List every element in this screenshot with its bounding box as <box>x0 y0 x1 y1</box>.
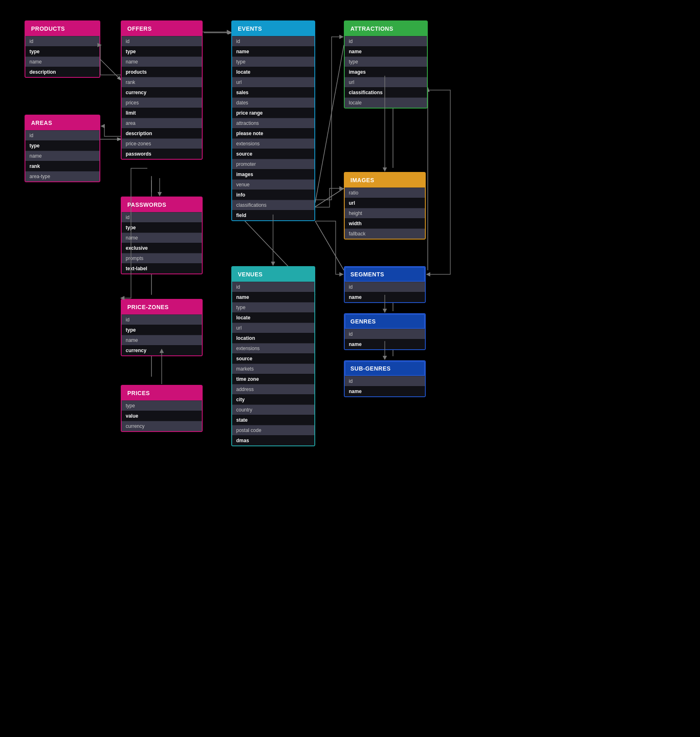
field-row: extensions <box>232 138 314 149</box>
field-row: source <box>232 353 314 364</box>
entity-passwords-header: PASSWORDS <box>122 197 202 212</box>
field-row: images <box>232 169 314 179</box>
field-row: exclusive <box>122 243 202 253</box>
entity-images-fields: ratio url height width fallback <box>345 188 425 239</box>
entity-offers-fields: id type name products rank currency pric… <box>122 36 202 159</box>
field-row: limit <box>122 108 202 118</box>
field-row: please note <box>232 128 314 138</box>
field-row: url <box>345 198 425 208</box>
entity-prices-fields: type value currency <box>122 400 202 431</box>
field-row: sales <box>232 87 314 97</box>
field-row: prices <box>122 97 202 108</box>
field-row: id <box>345 36 427 46</box>
field-row: type <box>232 57 314 67</box>
entity-passwords-fields: id type name exclusive prompts text-labe… <box>122 212 202 274</box>
entity-price-zones-header: PRICE-ZONES <box>122 300 202 314</box>
entity-sub-genres: SUB-GENRES id name <box>344 360 426 397</box>
field-row: url <box>345 77 427 87</box>
field-row: name <box>25 57 99 67</box>
svg-line-1 <box>315 45 344 203</box>
entity-offers-header: OFFERS <box>122 21 202 36</box>
field-row: currency <box>122 87 202 97</box>
field-row: id <box>232 36 314 46</box>
entity-events: EVENTS id name type locate url sales dat… <box>231 20 315 221</box>
entity-venues: VENUES id name type locate url location … <box>231 266 315 446</box>
entity-areas: AREAS id type name rank area-type <box>25 115 100 182</box>
entity-events-fields: id name type locate url sales dates pric… <box>232 36 314 220</box>
field-row: id <box>345 376 425 386</box>
field-row: postal code <box>232 425 314 435</box>
entity-segments-fields: id name <box>345 282 425 302</box>
entity-passwords: PASSWORDS id type name exclusive prompts… <box>121 197 203 274</box>
entity-attractions-header: ATTRACTIONS <box>345 21 427 36</box>
field-row: type <box>232 302 314 312</box>
entity-prices-header: PRICES <box>122 386 202 400</box>
field-row: id <box>232 282 314 292</box>
field-row: name <box>345 386 425 396</box>
field-row: type <box>122 400 202 411</box>
field-row: field <box>232 210 314 220</box>
entity-images: IMAGES ratio url height width fallback <box>344 172 426 240</box>
field-row: dates <box>232 97 314 108</box>
field-row: value <box>122 411 202 421</box>
diagram-container: PRODUCTS id type name description AREAS … <box>0 0 700 737</box>
field-row: name <box>345 292 425 302</box>
field-row: type <box>122 325 202 335</box>
field-row: extensions <box>232 343 314 353</box>
field-row: width <box>345 218 425 228</box>
entity-attractions-fields: id name type images url classifications … <box>345 36 427 108</box>
entity-images-header: IMAGES <box>345 173 425 188</box>
field-row: locate <box>232 67 314 77</box>
field-row: location <box>232 333 314 343</box>
entity-genres: GENRES id name <box>344 313 426 350</box>
field-row: height <box>345 208 425 218</box>
field-row: description <box>25 67 99 77</box>
field-row: type <box>122 222 202 233</box>
entity-segments: SEGMENTS id name <box>344 266 426 303</box>
entity-genres-header: GENRES <box>345 314 425 329</box>
field-row: locale <box>345 97 427 108</box>
field-row: state <box>232 415 314 425</box>
field-row: currency <box>122 345 202 355</box>
field-row: description <box>122 128 202 138</box>
field-row: area-type <box>25 171 99 181</box>
entity-areas-fields: id type name rank area-type <box>25 130 99 181</box>
field-row: name <box>345 339 425 349</box>
field-row: url <box>232 77 314 87</box>
field-row: id <box>122 212 202 222</box>
field-row: venue <box>232 179 314 190</box>
field-row: type <box>25 46 99 57</box>
field-row: id <box>345 329 425 339</box>
field-row: city <box>232 394 314 405</box>
field-row: locate <box>232 312 314 323</box>
entity-venues-header: VENUES <box>232 267 314 282</box>
svg-line-2 <box>315 188 344 207</box>
entity-segments-header: SEGMENTS <box>345 267 425 282</box>
entity-prices: PRICES type value currency <box>121 385 203 432</box>
entity-venues-fields: id name type locate url location extensi… <box>232 282 314 445</box>
field-row: id <box>25 130 99 140</box>
entity-areas-header: AREAS <box>25 115 99 130</box>
field-row: price-zones <box>122 138 202 149</box>
field-row: source <box>232 149 314 159</box>
field-row: address <box>232 384 314 394</box>
field-row: attractions <box>232 118 314 128</box>
field-row: currency <box>122 421 202 431</box>
entity-products-fields: id type name description <box>25 36 99 77</box>
field-row: rank <box>122 77 202 87</box>
field-row: name <box>122 335 202 345</box>
field-row: markets <box>232 364 314 374</box>
field-row: name <box>345 46 427 57</box>
field-row: products <box>122 67 202 77</box>
entity-offers: OFFERS id type name products rank curren… <box>121 20 203 160</box>
entity-events-header: EVENTS <box>232 21 314 36</box>
field-row: name <box>232 292 314 302</box>
field-row: classifications <box>345 87 427 97</box>
field-row: fallback <box>345 228 425 239</box>
field-row: type <box>25 140 99 151</box>
field-row: info <box>232 190 314 200</box>
entity-price-zones: PRICE-ZONES id type name currency <box>121 299 203 356</box>
field-row: price range <box>232 108 314 118</box>
entity-products-header: PRODUCTS <box>25 21 99 36</box>
field-row: name <box>122 57 202 67</box>
